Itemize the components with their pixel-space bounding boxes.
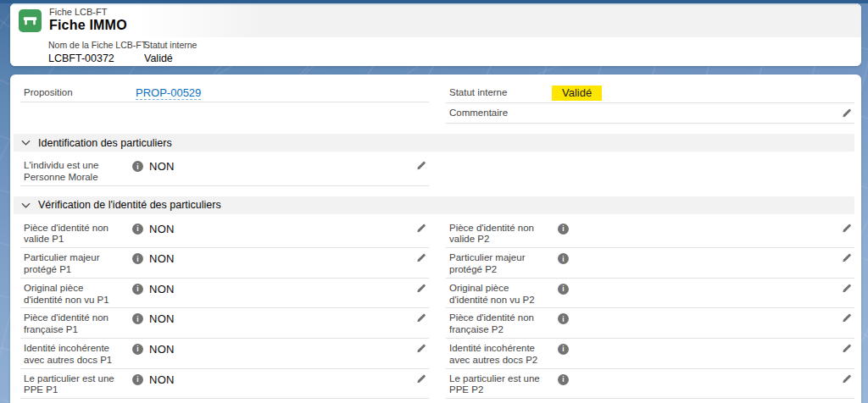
record-header-card: Fiche LCB-FT Fiche IMMO Nom de la Fiche …	[10, 3, 861, 66]
edit-pencil-button[interactable]	[415, 341, 429, 356]
section-title: Vérification de l'identité des particuli…	[38, 199, 221, 211]
field-label: Identité incohérente avec autres docs P1	[24, 341, 124, 367]
highlight-field-status: Statut interne Validé	[144, 40, 197, 66]
proposition-link[interactable]: PROP-00529	[136, 86, 201, 100]
field-label: Statut interne	[449, 86, 549, 99]
pencil-icon	[841, 108, 852, 119]
field-row: Pièce d'identité non française P1 i NON	[20, 308, 429, 339]
fiche-entity-icon	[19, 9, 42, 32]
info-icon[interactable]: i	[132, 253, 143, 264]
section-identification-grid: L'individu est une Personne Morale i NON	[20, 156, 854, 186]
section-verification-grid: Pièce d'identité non valide P1 i NON Par…	[20, 218, 854, 403]
info-icon[interactable]: i	[558, 284, 569, 295]
section-header-identification[interactable]: Identification des particuliers	[14, 134, 854, 152]
field-label: Pièce d'identité non française P2	[449, 311, 549, 336]
field-value: NON	[149, 281, 175, 295]
edit-pencil-button[interactable]	[415, 281, 429, 296]
field-row: Le particulier est une PPE P2 i	[446, 369, 854, 400]
field-value: NON	[149, 221, 175, 235]
pencil-icon	[841, 312, 852, 323]
field-row: Particulier non résident fiscal P1 i NON	[20, 399, 429, 403]
pencil-icon	[415, 283, 426, 294]
edit-pencil-button[interactable]	[415, 251, 429, 266]
edit-pencil-button[interactable]	[415, 372, 429, 387]
field-row: Particulier non résident fiscal P2 i	[446, 399, 854, 403]
edit-pencil-button[interactable]	[415, 221, 429, 236]
pencil-icon	[415, 160, 426, 171]
top-window-strip	[0, 0, 868, 3]
record-title-band: Fiche LCB-FT Fiche IMMO	[10, 3, 861, 37]
field-row-commentaire: Commentaire	[446, 103, 854, 124]
highlight-field-label: Statut interne	[144, 40, 197, 52]
field-label: Particulier majeur protégé P2	[449, 251, 549, 276]
edit-pencil-button[interactable]	[841, 311, 854, 326]
pencil-icon	[841, 373, 852, 384]
field-row: Particulier majeur protégé P2 i	[446, 248, 854, 279]
field-value: NON	[149, 341, 175, 356]
field-row: Pièce d'identité non française P2 i	[446, 308, 854, 339]
field-row: Original pièce d'identité non vu P1 i NO…	[20, 279, 429, 309]
edit-pencil-button[interactable]	[841, 341, 854, 356]
field-label: Proposition	[24, 86, 124, 99]
pencil-icon	[415, 252, 426, 263]
field-row: Original pièce d'identité non vu P2 i	[446, 279, 854, 309]
edit-pencil-button[interactable]	[415, 158, 429, 174]
field-row: Le particulier est une PPE P1 i NON	[20, 369, 429, 400]
pencil-icon	[415, 343, 426, 354]
field-label: Original pièce d'identité non vu P1	[24, 281, 124, 306]
field-value: NON	[149, 251, 175, 265]
info-icon[interactable]: i	[558, 224, 569, 235]
edit-pencil-button[interactable]	[841, 372, 854, 387]
field-label: Particulier majeur protégé P1	[24, 251, 124, 276]
field-label: Commentaire	[449, 106, 549, 119]
record-detail-card: Proposition PROP-00529 Statut interne Va…	[10, 75, 861, 403]
info-icon[interactable]: i	[558, 253, 569, 264]
info-icon[interactable]: i	[132, 313, 143, 324]
edit-pencil-button[interactable]	[841, 221, 854, 236]
field-label: Identité incohérente avec autres docs P2	[449, 341, 549, 367]
pencil-icon	[415, 223, 426, 234]
info-icon[interactable]: i	[558, 313, 569, 324]
table-icon	[23, 14, 37, 28]
info-icon[interactable]: i	[558, 374, 569, 385]
pencil-icon	[415, 312, 426, 323]
edit-pencil-button[interactable]	[415, 311, 429, 326]
field-row-statut-interne: Statut interne Validé	[446, 83, 854, 103]
chevron-down-icon[interactable]	[21, 140, 31, 146]
field-row: Identité incohérente avec autres docs P1…	[20, 339, 429, 369]
pencil-icon	[841, 283, 852, 294]
info-icon[interactable]: i	[132, 161, 143, 172]
info-icon[interactable]: i	[132, 224, 143, 235]
field-row: Identité incohérente avec autres docs P2…	[446, 339, 854, 369]
field-row: Particulier majeur protégé P1 i NON	[20, 248, 429, 279]
detail-top-grid: Proposition PROP-00529 Statut interne Va…	[20, 83, 854, 124]
status-badge: Validé	[552, 86, 602, 101]
field-row: L'individu est une Personne Morale i NON	[20, 156, 429, 186]
highlights-panel: Nom de la Fiche LCB-FT LCBFT-00372 Statu…	[10, 37, 861, 66]
info-icon[interactable]: i	[132, 284, 143, 295]
highlight-field-value: LCBFT-00372	[48, 52, 144, 65]
section-header-verification[interactable]: Vérification de l'identité des particuli…	[14, 196, 854, 214]
field-value: NON	[149, 311, 175, 325]
field-label: Pièce d'identité non française P1	[24, 311, 124, 336]
pencil-icon	[841, 223, 852, 234]
info-icon[interactable]: i	[132, 374, 143, 385]
field-row: Pièce d'identité non valide P2 i	[446, 218, 854, 249]
field-label: Original pièce d'identité non vu P2	[449, 281, 549, 306]
edit-pencil-button[interactable]	[841, 106, 854, 121]
info-icon[interactable]: i	[558, 344, 569, 355]
pencil-icon	[841, 252, 852, 263]
record-type-label: Fiche LCB-FT	[49, 7, 127, 18]
chevron-down-icon[interactable]	[21, 202, 31, 208]
info-icon[interactable]: i	[132, 344, 143, 355]
field-label: L'individu est une Personne Morale	[24, 158, 124, 184]
edit-pencil-button[interactable]	[841, 281, 854, 296]
highlight-field-name: Nom de la Fiche LCB-FT LCBFT-00372	[48, 40, 144, 66]
edit-pencil-button[interactable]	[841, 251, 854, 266]
field-value: NON	[149, 372, 175, 386]
field-label: Pièce d'identité non valide P1	[24, 221, 124, 246]
field-label: Le particulier est une PPE P1	[24, 372, 124, 397]
highlight-field-value: Validé	[144, 52, 197, 65]
field-label: Pièce d'identité non valide P2	[449, 221, 549, 246]
field-row-proposition: Proposition PROP-00529	[20, 83, 429, 102]
